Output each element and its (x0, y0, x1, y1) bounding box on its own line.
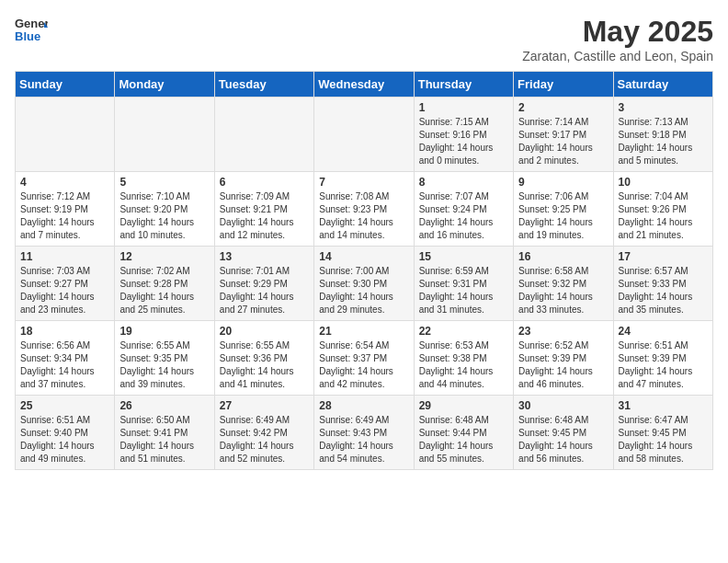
column-header-tuesday: Tuesday (214, 72, 313, 98)
calendar-cell-26: 23Sunrise: 6:52 AM Sunset: 9:39 PM Dayli… (514, 321, 613, 396)
calendar-cell-10: 7Sunrise: 7:08 AM Sunset: 9:23 PM Daylig… (314, 172, 414, 247)
day-info: Sunrise: 7:10 AM Sunset: 9:20 PM Dayligh… (119, 190, 209, 242)
header: General Blue May 2025 Zaratan, Castille … (15, 15, 713, 63)
day-number: 8 (419, 176, 508, 189)
calendar-cell-30: 27Sunrise: 6:49 AM Sunset: 9:42 PM Dayli… (214, 396, 313, 470)
day-number: 17 (619, 250, 708, 263)
calendar-cell-33: 30Sunrise: 6:48 AM Sunset: 9:45 PM Dayli… (514, 396, 613, 470)
day-number: 19 (119, 325, 209, 338)
day-number: 6 (220, 176, 309, 189)
calendar-cell-29: 26Sunrise: 6:50 AM Sunset: 9:41 PM Dayli… (115, 396, 214, 470)
column-header-wednesday: Wednesday (314, 72, 414, 98)
day-info: Sunrise: 6:48 AM Sunset: 9:44 PM Dayligh… (419, 414, 508, 465)
day-number: 31 (619, 399, 708, 412)
title-area: May 2025 Zaratan, Castille and Leon, Spa… (522, 15, 713, 63)
day-number: 14 (319, 250, 408, 263)
day-number: 13 (220, 250, 309, 263)
day-info: Sunrise: 7:08 AM Sunset: 9:23 PM Dayligh… (319, 190, 408, 242)
day-info: Sunrise: 6:47 AM Sunset: 9:45 PM Dayligh… (619, 414, 708, 465)
day-number: 18 (20, 325, 109, 338)
day-number: 22 (419, 325, 508, 338)
calendar-cell-24: 21Sunrise: 6:54 AM Sunset: 9:37 PM Dayli… (314, 321, 414, 396)
day-number: 7 (319, 176, 408, 189)
column-header-thursday: Thursday (414, 72, 513, 98)
day-info: Sunrise: 7:07 AM Sunset: 9:24 PM Dayligh… (419, 190, 508, 242)
calendar-cell-13: 10Sunrise: 7:04 AM Sunset: 9:26 PM Dayli… (613, 172, 712, 247)
svg-text:General: General (15, 17, 48, 30)
calendar-cell-12: 9Sunrise: 7:06 AM Sunset: 9:25 PM Daylig… (514, 172, 613, 247)
day-info: Sunrise: 7:06 AM Sunset: 9:25 PM Dayligh… (518, 190, 608, 242)
day-number: 28 (319, 399, 408, 412)
calendar-cell-2 (214, 98, 313, 172)
day-info: Sunrise: 6:57 AM Sunset: 9:33 PM Dayligh… (619, 265, 708, 316)
day-number: 10 (619, 176, 708, 189)
day-number: 16 (518, 250, 608, 263)
calendar-cell-21: 18Sunrise: 6:56 AM Sunset: 9:34 PM Dayli… (16, 321, 115, 396)
calendar-cell-31: 28Sunrise: 6:49 AM Sunset: 9:43 PM Dayli… (314, 396, 414, 470)
day-number: 1 (419, 101, 508, 114)
day-number: 12 (119, 250, 209, 263)
day-info: Sunrise: 6:49 AM Sunset: 9:42 PM Dayligh… (220, 414, 309, 465)
day-number: 25 (20, 399, 109, 412)
calendar-cell-28: 25Sunrise: 6:51 AM Sunset: 9:40 PM Dayli… (16, 396, 115, 470)
calendar-cell-7: 4Sunrise: 7:12 AM Sunset: 9:19 PM Daylig… (16, 172, 115, 247)
calendar-cell-14: 11Sunrise: 7:03 AM Sunset: 9:27 PM Dayli… (16, 247, 115, 321)
day-number: 3 (619, 101, 708, 114)
calendar-cell-34: 31Sunrise: 6:47 AM Sunset: 9:45 PM Dayli… (613, 396, 712, 470)
day-info: Sunrise: 6:55 AM Sunset: 9:35 PM Dayligh… (119, 339, 209, 391)
calendar-cell-32: 29Sunrise: 6:48 AM Sunset: 9:44 PM Dayli… (414, 396, 513, 470)
calendar-header-row: SundayMondayTuesdayWednesdayThursdayFrid… (16, 72, 713, 98)
day-number: 26 (119, 399, 209, 412)
column-header-saturday: Saturday (613, 72, 712, 98)
calendar-cell-15: 12Sunrise: 7:02 AM Sunset: 9:28 PM Dayli… (115, 247, 214, 321)
calendar-cell-5: 2Sunrise: 7:14 AM Sunset: 9:17 PM Daylig… (514, 98, 613, 172)
main-title: May 2025 (522, 15, 713, 49)
day-number: 9 (518, 176, 608, 189)
calendar-week-5: 25Sunrise: 6:51 AM Sunset: 9:40 PM Dayli… (16, 396, 713, 470)
day-number: 15 (419, 250, 508, 263)
column-header-sunday: Sunday (16, 72, 115, 98)
day-info: Sunrise: 6:51 AM Sunset: 9:40 PM Dayligh… (20, 414, 109, 465)
day-info: Sunrise: 7:12 AM Sunset: 9:19 PM Dayligh… (20, 190, 109, 242)
subtitle: Zaratan, Castille and Leon, Spain (522, 49, 713, 63)
day-info: Sunrise: 6:54 AM Sunset: 9:37 PM Dayligh… (319, 339, 408, 391)
column-header-friday: Friday (514, 72, 613, 98)
calendar-week-1: 1Sunrise: 7:15 AM Sunset: 9:16 PM Daylig… (16, 98, 713, 172)
day-number: 4 (20, 176, 109, 189)
day-info: Sunrise: 7:01 AM Sunset: 9:29 PM Dayligh… (220, 265, 309, 316)
day-number: 29 (419, 399, 508, 412)
day-info: Sunrise: 7:15 AM Sunset: 9:16 PM Dayligh… (419, 116, 508, 167)
day-number: 27 (220, 399, 309, 412)
svg-text:Blue: Blue (15, 29, 40, 42)
day-info: Sunrise: 7:13 AM Sunset: 9:18 PM Dayligh… (619, 116, 708, 167)
day-number: 21 (319, 325, 408, 338)
day-number: 5 (119, 176, 209, 189)
calendar-week-4: 18Sunrise: 6:56 AM Sunset: 9:34 PM Dayli… (16, 321, 713, 396)
day-info: Sunrise: 7:02 AM Sunset: 9:28 PM Dayligh… (119, 265, 209, 316)
day-number: 23 (518, 325, 608, 338)
calendar-cell-6: 3Sunrise: 7:13 AM Sunset: 9:18 PM Daylig… (613, 98, 712, 172)
day-info: Sunrise: 6:51 AM Sunset: 9:39 PM Dayligh… (619, 339, 708, 391)
calendar-week-3: 11Sunrise: 7:03 AM Sunset: 9:27 PM Dayli… (16, 247, 713, 321)
calendar-cell-3 (314, 98, 414, 172)
calendar-cell-4: 1Sunrise: 7:15 AM Sunset: 9:16 PM Daylig… (414, 98, 513, 172)
calendar-cell-19: 16Sunrise: 6:58 AM Sunset: 9:32 PM Dayli… (514, 247, 613, 321)
calendar-week-2: 4Sunrise: 7:12 AM Sunset: 9:19 PM Daylig… (16, 172, 713, 247)
calendar-table: SundayMondayTuesdayWednesdayThursdayFrid… (15, 71, 713, 470)
calendar-cell-16: 13Sunrise: 7:01 AM Sunset: 9:29 PM Dayli… (214, 247, 313, 321)
calendar-cell-27: 24Sunrise: 6:51 AM Sunset: 9:39 PM Dayli… (613, 321, 712, 396)
day-number: 30 (518, 399, 608, 412)
day-info: Sunrise: 6:49 AM Sunset: 9:43 PM Dayligh… (319, 414, 408, 465)
day-info: Sunrise: 6:59 AM Sunset: 9:31 PM Dayligh… (419, 265, 508, 316)
day-number: 24 (619, 325, 708, 338)
day-info: Sunrise: 7:09 AM Sunset: 9:21 PM Dayligh… (220, 190, 309, 242)
calendar-cell-22: 19Sunrise: 6:55 AM Sunset: 9:35 PM Dayli… (115, 321, 214, 396)
calendar-cell-9: 6Sunrise: 7:09 AM Sunset: 9:21 PM Daylig… (214, 172, 313, 247)
day-number: 20 (220, 325, 309, 338)
calendar-cell-25: 22Sunrise: 6:53 AM Sunset: 9:38 PM Dayli… (414, 321, 513, 396)
calendar-body: 1Sunrise: 7:15 AM Sunset: 9:16 PM Daylig… (16, 98, 713, 470)
day-number: 2 (518, 101, 608, 114)
calendar-cell-23: 20Sunrise: 6:55 AM Sunset: 9:36 PM Dayli… (214, 321, 313, 396)
calendar-cell-0 (16, 98, 115, 172)
day-number: 11 (20, 250, 109, 263)
